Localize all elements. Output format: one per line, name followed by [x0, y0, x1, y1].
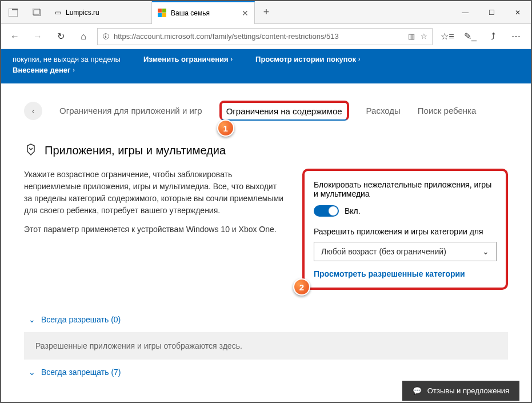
- tab-apps-restrictions[interactable]: Ограничения для приложений и игр: [59, 103, 202, 118]
- description-text-2: Этот параметр применяется к устройствам …: [24, 224, 285, 236]
- annotation-badge-2: 2: [293, 278, 310, 296]
- page-icon: ▭: [55, 9, 61, 17]
- tab-content-restrictions[interactable]: Ограничения на содержимое: [219, 101, 349, 121]
- allow-label: Разрешить приложения и игры категории дл…: [314, 227, 497, 236]
- banner-link-restrictions[interactable]: Изменить ограничения›: [143, 55, 233, 63]
- toggle-state: Вкл.: [345, 206, 361, 216]
- section-title: Приложения, игры и мультимедиа: [45, 144, 226, 157]
- chat-icon: 💬: [413, 386, 422, 395]
- favorite-icon[interactable]: ☆: [421, 32, 427, 41]
- browser-tab-active[interactable]: Ваша семья ✕: [152, 1, 255, 24]
- window-controls: — ☐ ✕: [452, 1, 531, 24]
- annotation-badge-1: 1: [217, 119, 234, 137]
- address-bar: ← → ↻ ⌂ 🛈 https://account.microsoft.com/…: [1, 24, 531, 49]
- chevron-down-icon: ⌄: [482, 247, 489, 256]
- tab-title: Ваша семья: [171, 9, 210, 17]
- window-titlebar: ▭ Lumpics.ru Ваша семья ✕ + — ☐ ✕: [1, 1, 531, 24]
- empty-allowed-message: Разрешенные приложения и игры отображают…: [24, 332, 508, 360]
- browser-tab-inactive[interactable]: ▭ Lumpics.ru: [49, 1, 152, 24]
- header-banner: покупки, не выходя за пределы Внесение д…: [1, 49, 531, 83]
- block-toggle[interactable]: [314, 205, 339, 217]
- chevron-down-icon: ⌄: [29, 368, 35, 377]
- view-categories-link[interactable]: Просмотреть разрешенные категории: [314, 269, 497, 278]
- feedback-button[interactable]: 💬 Отзывы и предложения: [402, 381, 519, 401]
- reading-view-icon[interactable]: ▥: [408, 32, 415, 41]
- favorites-hub-icon[interactable]: ☆≡: [437, 27, 458, 46]
- tabs-preview-icon[interactable]: [25, 1, 49, 24]
- close-button[interactable]: ✕: [505, 1, 531, 24]
- maximize-button[interactable]: ☐: [478, 1, 505, 24]
- tab-title: Lumpics.ru: [66, 9, 99, 17]
- banner-link-deposit[interactable]: Внесение денег›: [13, 66, 121, 74]
- page-tabs: ‹ Ограничения для приложений и игр Огран…: [24, 101, 508, 121]
- lock-icon: 🛈: [102, 33, 109, 41]
- new-tab-button[interactable]: +: [255, 6, 278, 18]
- block-label: Блокировать нежелательные приложения, иг…: [314, 180, 497, 198]
- microsoft-logo-icon: [158, 9, 166, 17]
- banner-link-history[interactable]: Просмотр истории покупок›: [255, 55, 360, 63]
- home-button[interactable]: ⌂: [74, 27, 93, 46]
- select-value: Любой возраст (без ограничений): [321, 247, 446, 256]
- age-rating-select[interactable]: Любой возраст (без ограничений) ⌄: [314, 242, 497, 261]
- banner-text: покупки, не выходя за пределы: [13, 55, 121, 63]
- minimize-button[interactable]: —: [452, 1, 478, 24]
- refresh-button[interactable]: ↻: [51, 27, 70, 46]
- expand-always-allow[interactable]: ⌄ Всегда разрешать (0): [24, 307, 508, 332]
- tab-find-child[interactable]: Поиск ребенка: [418, 103, 477, 118]
- tab-spending[interactable]: Расходы: [366, 103, 401, 118]
- games-media-icon: [24, 143, 38, 157]
- svg-rect-1: [12, 9, 18, 10]
- tab-set-aside-icon[interactable]: [1, 1, 25, 24]
- main-content: ‹ Ограничения для приложений и игр Огран…: [1, 83, 531, 396]
- section-header: Приложения, игры и мультимедиа: [24, 143, 508, 157]
- menu-icon[interactable]: ⋯: [506, 27, 526, 46]
- chevron-down-icon: ⌄: [29, 315, 35, 324]
- notes-icon[interactable]: ✎_: [460, 27, 481, 46]
- chevron-right-icon: ›: [73, 67, 74, 73]
- close-icon[interactable]: ✕: [242, 9, 249, 18]
- back-button[interactable]: ←: [6, 27, 24, 46]
- description-column: Укажите возрастное ограничение, чтобы за…: [24, 169, 285, 290]
- forward-button[interactable]: →: [29, 27, 47, 46]
- description-text-1: Укажите возрастное ограничение, чтобы за…: [24, 169, 285, 217]
- url-text: https://account.microsoft.com/family/set…: [114, 32, 403, 41]
- share-icon[interactable]: ⤴: [483, 27, 503, 46]
- settings-panel: Блокировать нежелательные приложения, иг…: [302, 169, 508, 290]
- chevron-right-icon: ›: [358, 56, 360, 62]
- back-circle-button[interactable]: ‹: [24, 102, 42, 120]
- url-input[interactable]: 🛈 https://account.microsoft.com/family/s…: [97, 28, 433, 45]
- chevron-right-icon: ›: [231, 56, 233, 62]
